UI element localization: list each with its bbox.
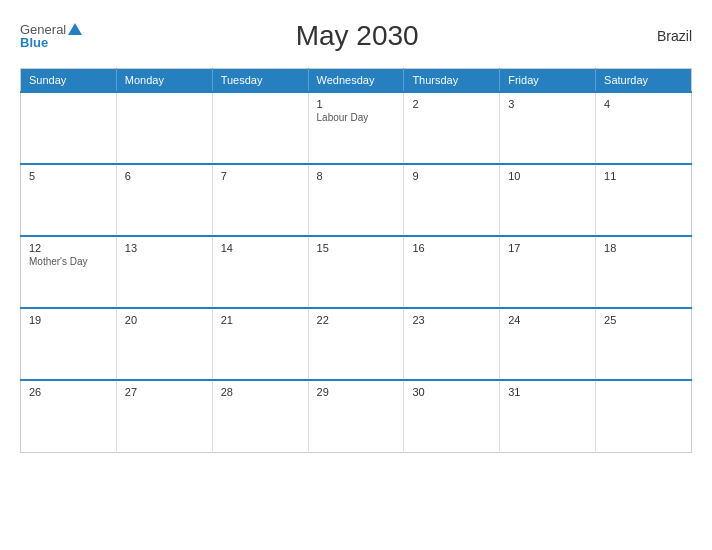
col-thursday: Thursday	[404, 69, 500, 93]
day-number: 19	[29, 314, 108, 326]
day-number: 21	[221, 314, 300, 326]
country-label: Brazil	[632, 28, 692, 44]
day-number: 25	[604, 314, 683, 326]
calendar-cell	[212, 92, 308, 164]
calendar-cell	[21, 92, 117, 164]
calendar-cell: 19	[21, 308, 117, 380]
calendar-week-row: 19202122232425	[21, 308, 692, 380]
holiday-label: Labour Day	[317, 112, 396, 123]
header: General Blue May 2030 Brazil	[20, 20, 692, 52]
calendar-cell: 12Mother's Day	[21, 236, 117, 308]
calendar-cell: 9	[404, 164, 500, 236]
day-number: 17	[508, 242, 587, 254]
calendar-cell: 2	[404, 92, 500, 164]
col-sunday: Sunday	[21, 69, 117, 93]
day-number: 16	[412, 242, 491, 254]
calendar-cell: 28	[212, 380, 308, 452]
calendar-cell: 30	[404, 380, 500, 452]
logo-blue-text: Blue	[20, 36, 48, 49]
calendar-week-row: 262728293031	[21, 380, 692, 452]
day-number: 20	[125, 314, 204, 326]
day-number: 4	[604, 98, 683, 110]
col-friday: Friday	[500, 69, 596, 93]
day-number: 7	[221, 170, 300, 182]
calendar-cell: 3	[500, 92, 596, 164]
day-number: 6	[125, 170, 204, 182]
day-number: 5	[29, 170, 108, 182]
day-number: 29	[317, 386, 396, 398]
calendar-cell	[116, 92, 212, 164]
day-number: 9	[412, 170, 491, 182]
calendar-cell: 29	[308, 380, 404, 452]
day-number: 28	[221, 386, 300, 398]
calendar-week-row: 1Labour Day234	[21, 92, 692, 164]
day-number: 14	[221, 242, 300, 254]
calendar-cell: 5	[21, 164, 117, 236]
calendar-cell: 15	[308, 236, 404, 308]
day-number: 24	[508, 314, 587, 326]
col-monday: Monday	[116, 69, 212, 93]
day-number: 15	[317, 242, 396, 254]
calendar-cell: 7	[212, 164, 308, 236]
day-number: 12	[29, 242, 108, 254]
day-number: 11	[604, 170, 683, 182]
calendar-cell	[596, 380, 692, 452]
col-tuesday: Tuesday	[212, 69, 308, 93]
day-number: 22	[317, 314, 396, 326]
calendar-table: Sunday Monday Tuesday Wednesday Thursday…	[20, 68, 692, 453]
calendar-cell: 23	[404, 308, 500, 380]
calendar-title: May 2030	[82, 20, 632, 52]
logo-triangle-icon	[68, 23, 82, 35]
day-number: 8	[317, 170, 396, 182]
day-number: 26	[29, 386, 108, 398]
logo: General Blue	[20, 23, 82, 49]
calendar-cell: 20	[116, 308, 212, 380]
calendar-cell: 17	[500, 236, 596, 308]
day-number: 1	[317, 98, 396, 110]
calendar-cell: 6	[116, 164, 212, 236]
day-number: 23	[412, 314, 491, 326]
calendar-cell: 4	[596, 92, 692, 164]
calendar-cell: 1Labour Day	[308, 92, 404, 164]
calendar-header-row: Sunday Monday Tuesday Wednesday Thursday…	[21, 69, 692, 93]
calendar-cell: 11	[596, 164, 692, 236]
day-number: 18	[604, 242, 683, 254]
calendar-cell: 26	[21, 380, 117, 452]
calendar-week-row: 12Mother's Day131415161718	[21, 236, 692, 308]
calendar-cell: 16	[404, 236, 500, 308]
day-number: 13	[125, 242, 204, 254]
col-saturday: Saturday	[596, 69, 692, 93]
day-number: 31	[508, 386, 587, 398]
page: General Blue May 2030 Brazil Sunday Mond…	[0, 0, 712, 550]
day-number: 2	[412, 98, 491, 110]
day-number: 27	[125, 386, 204, 398]
calendar-cell: 13	[116, 236, 212, 308]
calendar-cell: 25	[596, 308, 692, 380]
calendar-cell: 18	[596, 236, 692, 308]
calendar-cell: 14	[212, 236, 308, 308]
day-number: 10	[508, 170, 587, 182]
calendar-cell: 31	[500, 380, 596, 452]
col-wednesday: Wednesday	[308, 69, 404, 93]
day-number: 3	[508, 98, 587, 110]
calendar-cell: 22	[308, 308, 404, 380]
calendar-week-row: 567891011	[21, 164, 692, 236]
calendar-cell: 21	[212, 308, 308, 380]
calendar-cell: 27	[116, 380, 212, 452]
calendar-cell: 8	[308, 164, 404, 236]
calendar-cell: 24	[500, 308, 596, 380]
day-number: 30	[412, 386, 491, 398]
calendar-cell: 10	[500, 164, 596, 236]
holiday-label: Mother's Day	[29, 256, 108, 267]
